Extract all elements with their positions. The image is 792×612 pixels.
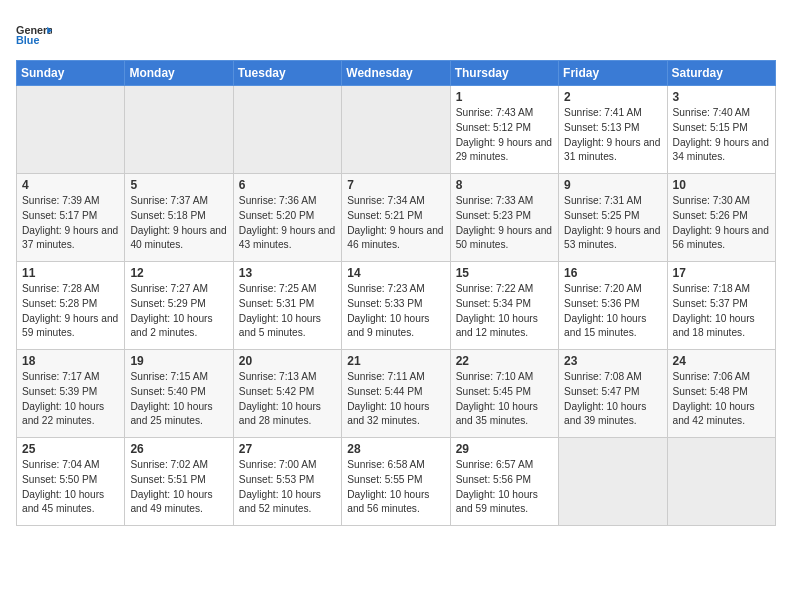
- day-number: 20: [239, 354, 336, 368]
- day-number: 22: [456, 354, 553, 368]
- sunset-label: Sunset: 5:45 PM: [456, 386, 531, 397]
- sunrise-label: Sunrise: 7:40 AM: [673, 107, 751, 118]
- calendar-cell: 4Sunrise: 7:39 AMSunset: 5:17 PMDaylight…: [17, 174, 125, 262]
- sunset-label: Sunset: 5:37 PM: [673, 298, 748, 309]
- sunrise-label: Sunrise: 7:37 AM: [130, 195, 208, 206]
- day-number: 15: [456, 266, 553, 280]
- day-info: Sunrise: 7:39 AMSunset: 5:17 PMDaylight:…: [22, 194, 119, 253]
- day-number: 12: [130, 266, 227, 280]
- day-number: 17: [673, 266, 770, 280]
- sunset-label: Sunset: 5:21 PM: [347, 210, 422, 221]
- calendar-cell: 3Sunrise: 7:40 AMSunset: 5:15 PMDaylight…: [667, 86, 775, 174]
- column-header-saturday: Saturday: [667, 61, 775, 86]
- daylight-label: Daylight: 9 hours and 29 minutes.: [456, 137, 552, 163]
- day-number: 21: [347, 354, 444, 368]
- sunrise-label: Sunrise: 7:20 AM: [564, 283, 642, 294]
- day-number: 3: [673, 90, 770, 104]
- logo: General Blue: [16, 16, 52, 52]
- sunrise-label: Sunrise: 6:57 AM: [456, 459, 534, 470]
- calendar-cell: 22Sunrise: 7:10 AMSunset: 5:45 PMDayligh…: [450, 350, 558, 438]
- sunrise-label: Sunrise: 7:33 AM: [456, 195, 534, 206]
- daylight-label: Daylight: 10 hours and 42 minutes.: [673, 401, 755, 427]
- calendar-cell: 19Sunrise: 7:15 AMSunset: 5:40 PMDayligh…: [125, 350, 233, 438]
- day-info: Sunrise: 7:15 AMSunset: 5:40 PMDaylight:…: [130, 370, 227, 429]
- daylight-label: Daylight: 10 hours and 5 minutes.: [239, 313, 321, 339]
- daylight-label: Daylight: 10 hours and 59 minutes.: [456, 489, 538, 515]
- day-number: 24: [673, 354, 770, 368]
- daylight-label: Daylight: 10 hours and 28 minutes.: [239, 401, 321, 427]
- calendar-cell: 14Sunrise: 7:23 AMSunset: 5:33 PMDayligh…: [342, 262, 450, 350]
- day-number: 19: [130, 354, 227, 368]
- sunset-label: Sunset: 5:25 PM: [564, 210, 639, 221]
- sunset-label: Sunset: 5:34 PM: [456, 298, 531, 309]
- sunset-label: Sunset: 5:18 PM: [130, 210, 205, 221]
- day-info: Sunrise: 7:43 AMSunset: 5:12 PMDaylight:…: [456, 106, 553, 165]
- calendar-cell: 2Sunrise: 7:41 AMSunset: 5:13 PMDaylight…: [559, 86, 667, 174]
- daylight-label: Daylight: 10 hours and 12 minutes.: [456, 313, 538, 339]
- daylight-label: Daylight: 10 hours and 22 minutes.: [22, 401, 104, 427]
- daylight-label: Daylight: 10 hours and 25 minutes.: [130, 401, 212, 427]
- sunset-label: Sunset: 5:33 PM: [347, 298, 422, 309]
- calendar-cell: 1Sunrise: 7:43 AMSunset: 5:12 PMDaylight…: [450, 86, 558, 174]
- calendar-cell: 28Sunrise: 6:58 AMSunset: 5:55 PMDayligh…: [342, 438, 450, 526]
- calendar-cell: 16Sunrise: 7:20 AMSunset: 5:36 PMDayligh…: [559, 262, 667, 350]
- day-number: 26: [130, 442, 227, 456]
- day-info: Sunrise: 7:34 AMSunset: 5:21 PMDaylight:…: [347, 194, 444, 253]
- calendar-cell: 23Sunrise: 7:08 AMSunset: 5:47 PMDayligh…: [559, 350, 667, 438]
- daylight-label: Daylight: 10 hours and 39 minutes.: [564, 401, 646, 427]
- day-info: Sunrise: 7:31 AMSunset: 5:25 PMDaylight:…: [564, 194, 661, 253]
- sunset-label: Sunset: 5:56 PM: [456, 474, 531, 485]
- day-number: 9: [564, 178, 661, 192]
- calendar-cell: 18Sunrise: 7:17 AMSunset: 5:39 PMDayligh…: [17, 350, 125, 438]
- sunrise-label: Sunrise: 7:17 AM: [22, 371, 100, 382]
- day-info: Sunrise: 7:37 AMSunset: 5:18 PMDaylight:…: [130, 194, 227, 253]
- column-header-tuesday: Tuesday: [233, 61, 341, 86]
- column-header-friday: Friday: [559, 61, 667, 86]
- daylight-label: Daylight: 10 hours and 49 minutes.: [130, 489, 212, 515]
- sunrise-label: Sunrise: 7:08 AM: [564, 371, 642, 382]
- day-info: Sunrise: 7:00 AMSunset: 5:53 PMDaylight:…: [239, 458, 336, 517]
- sunset-label: Sunset: 5:36 PM: [564, 298, 639, 309]
- calendar-cell: 25Sunrise: 7:04 AMSunset: 5:50 PMDayligh…: [17, 438, 125, 526]
- daylight-label: Daylight: 10 hours and 9 minutes.: [347, 313, 429, 339]
- sunrise-label: Sunrise: 6:58 AM: [347, 459, 425, 470]
- daylight-label: Daylight: 10 hours and 56 minutes.: [347, 489, 429, 515]
- sunset-label: Sunset: 5:44 PM: [347, 386, 422, 397]
- day-number: 11: [22, 266, 119, 280]
- page-header: General Blue: [16, 16, 776, 52]
- sunrise-label: Sunrise: 7:25 AM: [239, 283, 317, 294]
- day-number: 2: [564, 90, 661, 104]
- day-info: Sunrise: 7:02 AMSunset: 5:51 PMDaylight:…: [130, 458, 227, 517]
- daylight-label: Daylight: 10 hours and 15 minutes.: [564, 313, 646, 339]
- sunrise-label: Sunrise: 7:04 AM: [22, 459, 100, 470]
- sunset-label: Sunset: 5:29 PM: [130, 298, 205, 309]
- day-number: 4: [22, 178, 119, 192]
- calendar-cell: 29Sunrise: 6:57 AMSunset: 5:56 PMDayligh…: [450, 438, 558, 526]
- calendar-cell: 5Sunrise: 7:37 AMSunset: 5:18 PMDaylight…: [125, 174, 233, 262]
- sunset-label: Sunset: 5:48 PM: [673, 386, 748, 397]
- calendar-cell: 6Sunrise: 7:36 AMSunset: 5:20 PMDaylight…: [233, 174, 341, 262]
- sunset-label: Sunset: 5:42 PM: [239, 386, 314, 397]
- day-info: Sunrise: 7:06 AMSunset: 5:48 PMDaylight:…: [673, 370, 770, 429]
- calendar-cell: 20Sunrise: 7:13 AMSunset: 5:42 PMDayligh…: [233, 350, 341, 438]
- sunset-label: Sunset: 5:39 PM: [22, 386, 97, 397]
- sunset-label: Sunset: 5:47 PM: [564, 386, 639, 397]
- day-info: Sunrise: 7:41 AMSunset: 5:13 PMDaylight:…: [564, 106, 661, 165]
- day-number: 27: [239, 442, 336, 456]
- sunset-label: Sunset: 5:13 PM: [564, 122, 639, 133]
- calendar-cell: [233, 86, 341, 174]
- sunset-label: Sunset: 5:40 PM: [130, 386, 205, 397]
- daylight-label: Daylight: 9 hours and 31 minutes.: [564, 137, 660, 163]
- day-info: Sunrise: 7:20 AMSunset: 5:36 PMDaylight:…: [564, 282, 661, 341]
- day-number: 18: [22, 354, 119, 368]
- day-info: Sunrise: 7:13 AMSunset: 5:42 PMDaylight:…: [239, 370, 336, 429]
- day-number: 1: [456, 90, 553, 104]
- daylight-label: Daylight: 9 hours and 40 minutes.: [130, 225, 226, 251]
- calendar-week-row: 18Sunrise: 7:17 AMSunset: 5:39 PMDayligh…: [17, 350, 776, 438]
- day-info: Sunrise: 7:08 AMSunset: 5:47 PMDaylight:…: [564, 370, 661, 429]
- calendar-cell: [17, 86, 125, 174]
- calendar-cell: [559, 438, 667, 526]
- sunrise-label: Sunrise: 7:34 AM: [347, 195, 425, 206]
- day-info: Sunrise: 7:04 AMSunset: 5:50 PMDaylight:…: [22, 458, 119, 517]
- column-header-monday: Monday: [125, 61, 233, 86]
